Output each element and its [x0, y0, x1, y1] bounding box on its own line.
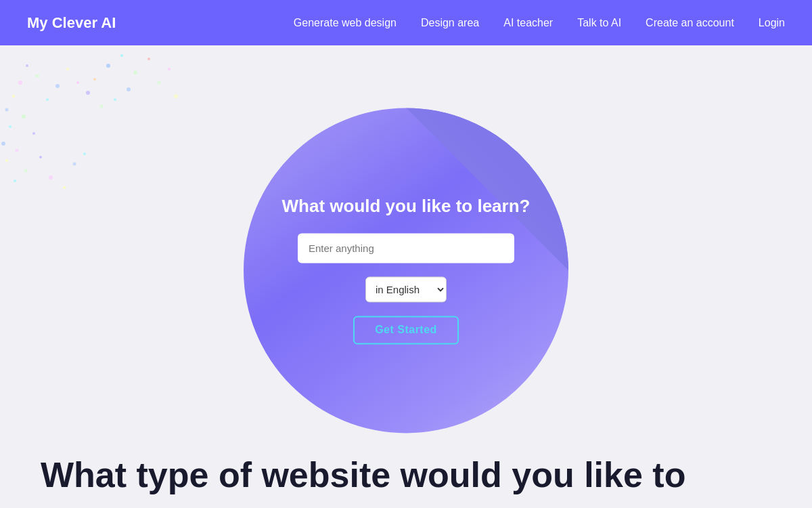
- svg-point-3: [93, 78, 96, 81]
- nav-link-ai-teacher[interactable]: AI teacher: [503, 17, 553, 29]
- svg-point-13: [36, 75, 39, 78]
- navbar: My Clever AI Generate web design Design …: [0, 0, 812, 45]
- svg-point-27: [49, 175, 53, 179]
- bottom-heading: What type of website would you like to: [41, 456, 685, 494]
- svg-point-9: [76, 81, 79, 84]
- svg-point-33: [174, 94, 178, 98]
- language-select[interactable]: in English in Spanish in French in Germa…: [365, 276, 447, 302]
- svg-point-10: [66, 68, 69, 70]
- svg-point-23: [1, 142, 5, 146]
- nav-link-talk-to-ai[interactable]: Talk to AI: [577, 17, 621, 29]
- svg-point-20: [32, 132, 35, 135]
- svg-point-29: [73, 163, 76, 166]
- svg-point-15: [18, 81, 22, 85]
- svg-point-11: [55, 84, 60, 88]
- svg-point-8: [86, 91, 90, 95]
- svg-point-32: [168, 68, 171, 70]
- svg-point-31: [158, 81, 161, 85]
- nav-links: Generate web design Design area AI teach…: [294, 17, 785, 29]
- svg-point-30: [83, 152, 86, 155]
- search-input[interactable]: [298, 233, 514, 263]
- svg-point-6: [114, 98, 116, 101]
- svg-point-21: [16, 149, 19, 152]
- nav-link-design-area[interactable]: Design area: [421, 17, 479, 29]
- svg-point-2: [134, 71, 137, 75]
- nav-link-generate-web-design[interactable]: Generate web design: [294, 17, 397, 29]
- svg-point-24: [14, 179, 16, 182]
- svg-point-17: [5, 108, 9, 112]
- svg-point-0: [106, 64, 110, 68]
- hero-circle-container: What would you like to learn? in English…: [244, 108, 568, 433]
- nav-link-login[interactable]: Login: [759, 17, 785, 29]
- svg-point-4: [148, 58, 150, 60]
- svg-point-26: [39, 156, 42, 158]
- main-content: What would you like to learn? in English…: [0, 45, 812, 508]
- get-started-button[interactable]: Get Started: [353, 316, 459, 344]
- svg-point-28: [63, 186, 66, 189]
- svg-point-22: [5, 159, 8, 162]
- hero-title: What would you like to learn?: [282, 196, 531, 217]
- nav-logo[interactable]: My Clever AI: [27, 14, 116, 32]
- svg-point-25: [24, 169, 28, 173]
- svg-point-7: [100, 105, 104, 108]
- svg-point-14: [26, 64, 28, 67]
- hero-circle: What would you like to learn? in English…: [244, 108, 568, 433]
- svg-point-19: [22, 114, 26, 119]
- bottom-section: What type of website would you like to: [0, 427, 812, 508]
- svg-point-18: [9, 125, 12, 128]
- svg-point-16: [12, 95, 15, 98]
- svg-point-1: [120, 54, 123, 57]
- svg-point-12: [46, 98, 49, 101]
- nav-link-create-account[interactable]: Create an account: [646, 17, 734, 29]
- svg-point-5: [127, 87, 131, 91]
